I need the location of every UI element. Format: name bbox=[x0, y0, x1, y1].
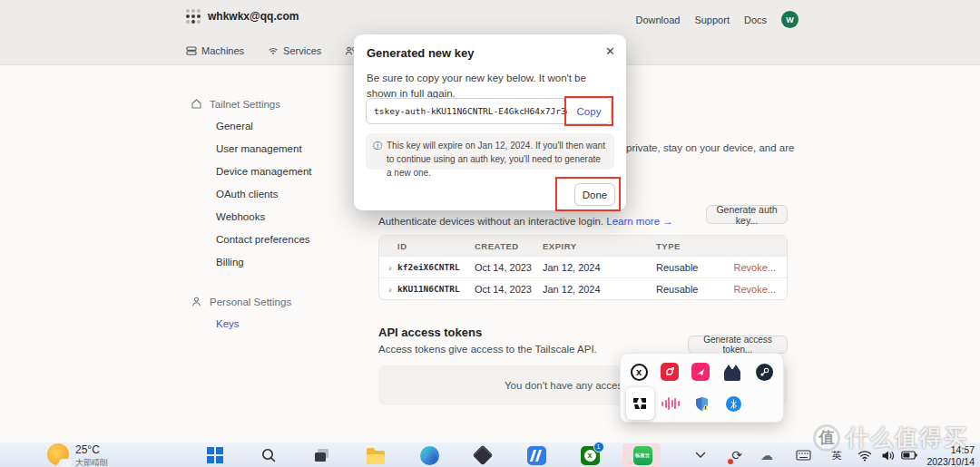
keys-intro-fragment: private, stay on your device, and are bbox=[626, 142, 794, 153]
auth-key-value: tskey-auth-kKU11N6CNTRL-E4GkcH64x7Jr3q29… bbox=[367, 106, 567, 116]
table-header-row: ID CREATED EXPIRY TYPE bbox=[379, 236, 787, 256]
learn-more-link[interactable]: Learn more → bbox=[606, 216, 673, 227]
done-button[interactable]: Done bbox=[574, 183, 615, 206]
blue-app-icon[interactable] bbox=[525, 444, 547, 466]
auth-key-field: tskey-auth-kKU11N6CNTRL-E4GkcH64x7Jr3q29… bbox=[366, 98, 612, 124]
system-tray-overflow: x bbox=[620, 353, 784, 423]
bluetooth-icon[interactable] bbox=[723, 394, 743, 413]
weather-widget[interactable]: 25°C 大部晴朗 bbox=[47, 443, 108, 467]
info-icon: ⓘ bbox=[373, 139, 382, 164]
weather-temp: 25°C bbox=[75, 443, 108, 456]
table-row[interactable]: › kKU11N6CNTRL Oct 14, 2023 Jan 12, 2024… bbox=[379, 277, 787, 299]
row-expand-icon[interactable]: › bbox=[383, 262, 397, 273]
modal-body-text: Be sure to copy your new key below. It w… bbox=[367, 71, 613, 101]
expiry-info-box: ⓘ This key will expire on Jan 12, 2024. … bbox=[366, 133, 614, 170]
revoke-link[interactable]: Revoke... bbox=[716, 284, 776, 295]
pink-media-app-icon[interactable] bbox=[691, 362, 710, 382]
windows-taskbar: 25°C 大部晴朗 x1 私有云 ⟳ ☁ 英 14:57 2023/10/14 bbox=[0, 442, 980, 467]
weather-icon bbox=[47, 443, 69, 465]
sync-tray-icon[interactable]: ⟳ bbox=[726, 444, 748, 466]
person-icon bbox=[191, 296, 202, 307]
generate-access-token-button[interactable]: Generate access token... bbox=[688, 336, 788, 354]
sidebar-item-oauth-clients[interactable]: OAuth clients bbox=[216, 189, 345, 199]
search-icon[interactable] bbox=[258, 444, 279, 466]
weather-desc: 大部晴朗 bbox=[75, 457, 108, 467]
app-window-icon[interactable] bbox=[311, 444, 333, 466]
generate-auth-key-button[interactable]: Generate auth key... bbox=[706, 205, 788, 224]
download-link[interactable]: Download bbox=[635, 15, 680, 25]
clock-time: 14:57 bbox=[926, 444, 975, 456]
game-app-icon[interactable] bbox=[630, 394, 650, 413]
tab-machines[interactable]: Machines bbox=[186, 45, 244, 56]
tray-chevron-icon[interactable] bbox=[690, 444, 711, 466]
xbox-tray-icon[interactable]: x bbox=[629, 362, 649, 382]
gem-app-icon[interactable] bbox=[472, 444, 494, 466]
copy-button[interactable]: Copy bbox=[567, 106, 611, 117]
avatar[interactable]: W bbox=[781, 11, 799, 28]
file-explorer-icon[interactable] bbox=[365, 444, 387, 466]
machines-icon bbox=[186, 45, 197, 56]
amd-radeon-icon[interactable] bbox=[660, 362, 680, 382]
docs-link[interactable]: Docs bbox=[744, 15, 767, 25]
tailscale-logo-icon bbox=[186, 9, 201, 24]
sidebar-item-keys[interactable]: Keys bbox=[216, 318, 345, 329]
api-tokens-title: API access tokens bbox=[378, 326, 482, 339]
support-link[interactable]: Support bbox=[694, 15, 730, 25]
ime-indicator[interactable]: 英 bbox=[826, 444, 848, 466]
xbox-notification-badge: 1 bbox=[593, 442, 604, 452]
xbox-app-icon[interactable]: x1 bbox=[579, 444, 601, 466]
settings-sidebar: Tailnet Settings General User management… bbox=[191, 98, 345, 341]
revoke-link[interactable]: Revoke... bbox=[716, 262, 776, 273]
generated-key-modal: Generated new key ✕ Be sure to copy your… bbox=[354, 34, 626, 210]
onedrive-icon[interactable]: ☁ bbox=[756, 444, 778, 466]
services-icon bbox=[268, 45, 279, 56]
sidebar-item-device-management[interactable]: Device management bbox=[216, 166, 345, 177]
sidebar-item-billing[interactable]: Billing bbox=[216, 257, 345, 268]
battery-icon[interactable] bbox=[898, 444, 920, 466]
auth-keys-table: ID CREATED EXPIRY TYPE › kf2eiX6CNTRL Oc… bbox=[378, 235, 788, 300]
sync-alert-dot bbox=[728, 459, 733, 464]
volume-icon[interactable] bbox=[877, 444, 898, 466]
sidebar-item-webhooks[interactable]: Webhooks bbox=[216, 211, 345, 222]
start-button[interactable] bbox=[204, 444, 226, 466]
close-icon[interactable]: ✕ bbox=[605, 44, 615, 58]
clock-date: 2023/10/14 bbox=[926, 456, 975, 467]
tab-services[interactable]: Services bbox=[268, 45, 321, 56]
sidebar-group-tailnet: Tailnet Settings bbox=[191, 98, 345, 110]
modal-title: Generated new key bbox=[367, 46, 475, 60]
api-tokens-subtitle: Access tokens give access to the Tailsca… bbox=[378, 344, 597, 355]
wifi-icon[interactable] bbox=[854, 444, 876, 466]
row-expand-icon[interactable]: › bbox=[383, 284, 397, 295]
home-icon bbox=[191, 98, 202, 110]
table-row[interactable]: › kf2eiX6CNTRL Oct 14, 2023 Jan 12, 2024… bbox=[379, 256, 787, 277]
audio-wave-icon[interactable] bbox=[661, 394, 681, 413]
cat-app-icon[interactable] bbox=[722, 362, 742, 382]
taskbar-clock[interactable]: 14:57 2023/10/14 bbox=[926, 444, 975, 467]
sidebar-item-general[interactable]: General bbox=[216, 121, 345, 131]
account-email[interactable]: whkwkx@qq.com bbox=[208, 10, 299, 23]
touch-keyboard-icon[interactable] bbox=[792, 444, 814, 466]
cloud-app-icon[interactable]: 私有云 bbox=[632, 444, 653, 466]
sidebar-item-user-management[interactable]: User management bbox=[216, 143, 345, 154]
sidebar-item-contact-preferences[interactable]: Contact preferences bbox=[216, 234, 345, 245]
edge-browser-icon[interactable] bbox=[418, 444, 440, 466]
sidebar-group-personal: Personal Settings bbox=[191, 296, 345, 307]
auth-keys-subtitle: Authenticate devices without an interact… bbox=[378, 216, 673, 227]
windows-security-icon[interactable] bbox=[691, 394, 711, 413]
steam-icon[interactable] bbox=[754, 362, 774, 382]
